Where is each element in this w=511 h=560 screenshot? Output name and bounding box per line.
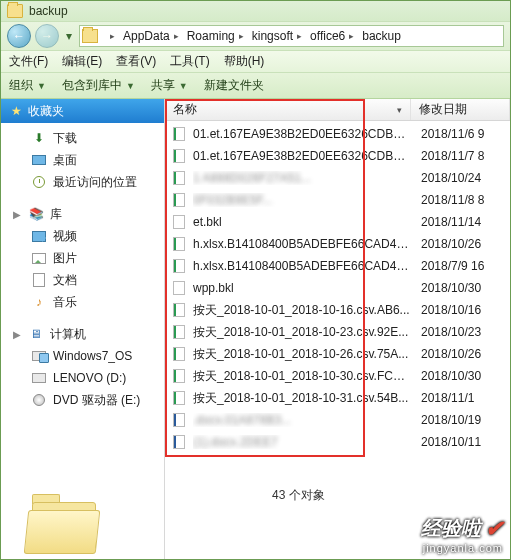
file-row[interactable]: 按天_2018-10-01_2018-10-23.csv.92E...2018/… (165, 321, 510, 343)
et-icon (171, 302, 187, 318)
sort-indicator-icon: ▾ (397, 105, 402, 115)
breadcrumb-seg[interactable]: ▸ (102, 26, 119, 46)
sidebar-item-dvd[interactable]: DVD 驱动器 (E:) (7, 389, 164, 411)
file-date: 2018/10/26 (411, 347, 481, 361)
file-name: 按天_2018-10-01_2018-10-23.csv.92E... (193, 324, 411, 341)
file-row[interactable]: 按天_2018-10-01_2018-10-26.csv.75A...2018/… (165, 343, 510, 365)
file-row[interactable]: wpp.bkl2018/10/30 (165, 277, 510, 299)
chevron-down-icon: ▼ (37, 81, 46, 91)
organize-button[interactable]: 组织▼ (9, 77, 46, 94)
forward-button[interactable]: → (35, 24, 59, 48)
file-row[interactable]: h.xlsx.B14108400B5ADEBFE66CAD49...2018/1… (165, 233, 510, 255)
sidebar-item-documents[interactable]: 文档 (7, 269, 164, 291)
file-date: 2018/7/9 16 (411, 259, 484, 273)
chevron-down-icon: ▼ (179, 81, 188, 91)
breadcrumb-seg[interactable]: kingsoft▸ (248, 26, 306, 46)
file-icon (171, 280, 187, 296)
file-date: 2018/11/14 (411, 215, 481, 229)
file-row[interactable]: 按天_2018-10-01_2018-10-16.csv.AB6...2018/… (165, 299, 510, 321)
file-row[interactable]: (1).docx.2DEE72018/10/11 (165, 431, 510, 453)
sidebar-item-recent[interactable]: 最近访问的位置 (7, 171, 164, 193)
file-date: 2018/11/8 8 (411, 193, 484, 207)
recent-icon (31, 174, 47, 190)
drive-c-icon (31, 348, 47, 364)
back-button[interactable]: ← (7, 24, 31, 48)
menu-file[interactable]: 文件(F) (9, 53, 48, 70)
file-row[interactable]: 按天_2018-10-01_2018-10-31.csv.54B...2018/… (165, 387, 510, 409)
download-icon: ⬇ (31, 130, 47, 146)
new-folder-button[interactable]: 新建文件夹 (204, 77, 264, 94)
sidebar-item-music[interactable]: ♪音乐 (7, 291, 164, 313)
include-in-library-button[interactable]: 包含到库中▼ (62, 77, 135, 94)
menu-edit[interactable]: 编辑(E) (62, 53, 102, 70)
et-icon (171, 148, 187, 164)
expander-icon[interactable]: ▶ (11, 209, 22, 220)
file-date: 2018/11/6 9 (411, 127, 484, 141)
address-bar[interactable]: ▸ AppData▸ Roaming▸ kingsoft▸ office6▸ b… (79, 25, 504, 47)
body: ★ 收藏夹 ⬇下载 桌面 最近访问的位置 ▶📚库 视频 图片 文档 ♪音乐 ▶🖥… (1, 99, 510, 559)
star-icon: ★ (11, 104, 22, 118)
file-row[interactable]: 0F032B9E5F...2018/11/8 8 (165, 189, 510, 211)
chevron-right-icon: ▸ (239, 31, 244, 41)
file-name: et.bkl (193, 215, 411, 229)
breadcrumb-seg[interactable]: office6▸ (306, 26, 358, 46)
share-button[interactable]: 共享▼ (151, 77, 188, 94)
sidebar-item-videos[interactable]: 视频 (7, 225, 164, 247)
titlebar: backup (1, 1, 510, 21)
status-text: 43 个对象 (272, 487, 325, 504)
et-icon (171, 258, 187, 274)
file-name: 01.et.167EA9E38B2ED0EE6326CDBF7... (193, 149, 411, 163)
file-name: .docx.01A878B3... (193, 413, 411, 427)
menu-tools[interactable]: 工具(T) (170, 53, 209, 70)
breadcrumb-seg[interactable]: backup (358, 26, 405, 46)
window-title: backup (29, 4, 68, 18)
file-date: 2018/11/7 8 (411, 149, 484, 163)
file-name: 按天_2018-10-01_2018-10-16.csv.AB6... (193, 302, 411, 319)
file-name: (1).docx.2DEE7 (193, 435, 411, 449)
file-row[interactable]: 01.et.167EA9E38B2ED0EE6326CDBF7...2018/1… (165, 145, 510, 167)
docx-icon (171, 412, 187, 428)
et-icon (171, 236, 187, 252)
menu-help[interactable]: 帮助(H) (224, 53, 265, 70)
menu-view[interactable]: 查看(V) (116, 53, 156, 70)
forward-arrow-icon: → (41, 29, 53, 43)
sidebar-item-desktop[interactable]: 桌面 (7, 149, 164, 171)
sidebar-item-downloads[interactable]: ⬇下载 (7, 127, 164, 149)
file-date: 2018/10/24 (411, 171, 481, 185)
library-icon: 📚 (28, 206, 44, 222)
column-name[interactable]: 名称 ▾ (165, 99, 411, 120)
chevron-right-icon: ▸ (174, 31, 179, 41)
sidebar-item-libraries[interactable]: ▶📚库 (7, 203, 164, 225)
et-icon (171, 170, 187, 186)
file-name: wpp.bkl (193, 281, 411, 295)
breadcrumb-seg[interactable]: Roaming▸ (183, 26, 248, 46)
file-row[interactable]: .docx.01A878B3...2018/10/19 (165, 409, 510, 431)
back-arrow-icon: ← (13, 29, 25, 43)
folder-icon (7, 4, 23, 18)
file-row[interactable]: et.bkl2018/11/14 (165, 211, 510, 233)
file-row[interactable]: h.xlsx.B14108400B5ADEBFE66CAD49...2018/7… (165, 255, 510, 277)
sidebar-item-drive-c[interactable]: Windows7_OS (7, 345, 164, 367)
address-row: ← → ▾ ▸ AppData▸ Roaming▸ kingsoft▸ offi… (1, 21, 510, 51)
favorites-label: 收藏夹 (28, 103, 64, 120)
file-date: 2018/11/1 (411, 391, 474, 405)
sidebar-item-drive-d[interactable]: LENOVO (D:) (7, 367, 164, 389)
column-date[interactable]: 修改日期 (411, 99, 510, 120)
video-icon (31, 228, 47, 244)
file-row[interactable]: 01.et.167EA9E38B2ED0EE6326CDBF7...2018/1… (165, 123, 510, 145)
docx-icon (171, 434, 187, 450)
history-dropdown[interactable]: ▾ (63, 29, 75, 43)
breadcrumb-seg[interactable]: AppData▸ (119, 26, 183, 46)
menubar: 文件(F) 编辑(E) 查看(V) 工具(T) 帮助(H) (1, 51, 510, 73)
sidebar-item-pictures[interactable]: 图片 (7, 247, 164, 269)
file-row[interactable]: 1 A888D026F27A51...2018/10/24 (165, 167, 510, 189)
expander-icon[interactable]: ▶ (11, 329, 22, 340)
file-date: 2018/10/16 (411, 303, 481, 317)
file-name: h.xlsx.B14108400B5ADEBFE66CAD49... (193, 237, 411, 251)
file-name: 按天_2018-10-01_2018-10-31.csv.54B... (193, 390, 411, 407)
favorites-header[interactable]: ★ 收藏夹 (1, 99, 164, 123)
sidebar-item-computer[interactable]: ▶🖥计算机 (7, 323, 164, 345)
desktop-icon (31, 152, 47, 168)
file-name: 1 A888D026F27A51... (193, 171, 411, 185)
file-row[interactable]: 按天_2018-10-01_2018-10-30.csv.FCD...2018/… (165, 365, 510, 387)
